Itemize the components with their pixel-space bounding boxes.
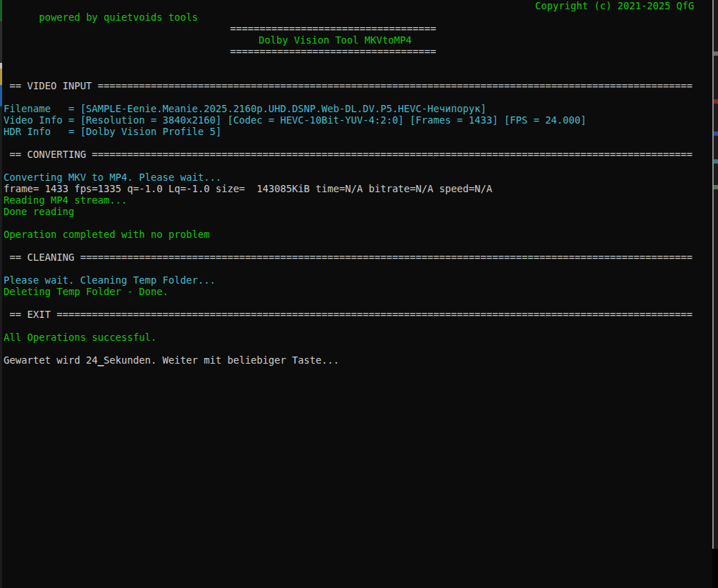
terminal-window[interactable]: powered by quietvoids tools Copyright (c… <box>2 0 712 588</box>
powered-by-label: powered by quietvoids tools <box>39 11 198 23</box>
cleaning-done-line: Deleting Temp Folder - Done. <box>4 286 712 297</box>
done-reading-line: Done reading <box>4 206 712 217</box>
filename-line: Filename = [SAMPLE-Eenie.Meanie.2025.216… <box>4 103 712 114</box>
copyright-label: Copyright (c) 2021-2025 QfG <box>535 0 694 11</box>
banner-rule-top: =================================== <box>4 23 712 34</box>
section-label: == CLEANING <box>4 251 80 263</box>
section-rule: ========================================… <box>80 251 692 263</box>
edge-color-speck <box>714 185 718 189</box>
ffmpeg-progress-line: frame= 1433 fps=1335 q=-1.0 Lq=-1.0 size… <box>4 183 712 194</box>
section-label: == EXIT <box>4 309 56 320</box>
section-rule: ========================================… <box>92 149 693 160</box>
text-cursor: _ <box>98 354 104 366</box>
video-info-line: Video Info = [Resolution = 3840x2160] [C… <box>4 114 712 126</box>
hdr-info-line: HDR Info = [Dolby Vision Profile 5] <box>4 126 712 137</box>
blank-line <box>4 343 712 354</box>
blank-line <box>4 297 712 309</box>
section-header-video-input: == VIDEO INPUT =========================… <box>4 80 712 91</box>
cleaning-status-line: Please wait. Cleaning Temp Folder... <box>4 274 712 286</box>
blank-line <box>4 69 712 80</box>
blank-line <box>4 57 712 69</box>
blank-line <box>4 240 712 251</box>
edge-color-speck <box>714 51 718 56</box>
blank-line <box>4 91 712 103</box>
blank-line <box>4 320 712 332</box>
terminal-top-line: powered by quietvoids tools Copyright (c… <box>4 0 712 11</box>
banner-rule-bottom: =================================== <box>4 46 712 57</box>
edge-color-speck <box>714 159 718 164</box>
operation-result-line: Operation completed with no problem <box>4 229 712 240</box>
desktop: powered by quietvoids tools Copyright (c… <box>0 0 718 588</box>
section-label: == VIDEO INPUT <box>4 80 98 91</box>
section-label: == CONVERTING <box>4 149 92 160</box>
edge-color-speck <box>714 131 718 136</box>
section-header-exit: == EXIT ================================… <box>4 309 712 320</box>
section-header-cleaning: == CLEANING ============================… <box>4 251 712 263</box>
prompt-text-after: Sekunden. Weiter mit beliebiger Taste... <box>104 354 339 366</box>
section-rule: ========================================… <box>98 80 692 91</box>
section-rule: ========================================… <box>56 309 692 320</box>
blank-line <box>4 263 712 274</box>
blank-line <box>4 217 712 229</box>
blank-line <box>4 160 712 171</box>
blank-line <box>4 137 712 149</box>
all-operations-line: All Operations successful. <box>4 332 712 343</box>
converting-status-line: Converting MKV to MP4. Please wait... <box>4 171 712 183</box>
edge-fill <box>714 0 718 549</box>
section-header-converting: == CONVERTING ==========================… <box>4 149 712 160</box>
reading-stream-line: Reading MP4 stream... <box>4 194 712 206</box>
countdown-prompt-line: Gewartet wird 24_Sekunden. Weiter mit be… <box>4 354 712 366</box>
edge-color-speck <box>714 99 718 104</box>
prompt-text-before: Gewartet wird 24 <box>4 354 98 366</box>
banner-title: Dolby Vision Tool MKVtoMP4 <box>4 34 712 46</box>
background-window-edge-right <box>712 0 718 588</box>
